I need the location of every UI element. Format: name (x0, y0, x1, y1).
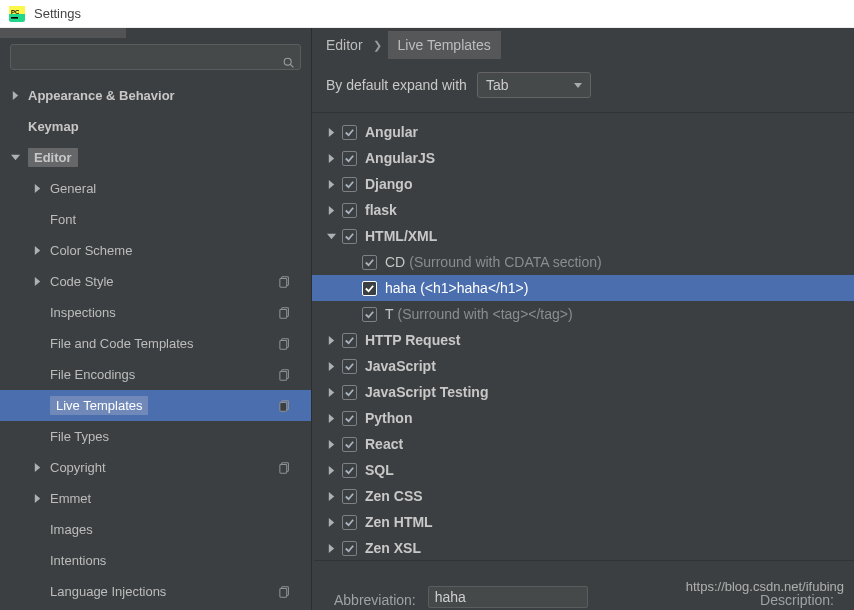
sidebar-item-label: Inspections (50, 305, 116, 320)
checkbox[interactable] (362, 281, 377, 296)
sidebar-item-keymap[interactable]: Keymap (0, 111, 311, 142)
checkbox[interactable] (342, 411, 357, 426)
sidebar-item-file-types[interactable]: File Types (0, 421, 311, 452)
breadcrumb-root[interactable]: Editor (326, 37, 363, 53)
settings-sidebar: Appearance & BehaviorKeymapEditorGeneral… (0, 28, 312, 610)
template-label: AngularJS (365, 150, 435, 166)
expand-with-dropdown[interactable]: Tab (477, 72, 591, 98)
chevron-right-icon (324, 411, 338, 425)
svg-rect-15 (279, 402, 286, 411)
template-label: Zen HTML (365, 514, 433, 530)
svg-rect-19 (279, 588, 286, 597)
template-list: AngularAngularJSDjangoflaskHTML/XMLCD (S… (312, 113, 854, 610)
checkbox[interactable] (342, 437, 357, 452)
sidebar-item-label: Keymap (28, 119, 79, 134)
sidebar-item-label: Color Scheme (50, 243, 132, 258)
template-group-javascript[interactable]: JavaScript (312, 353, 854, 379)
chevron-right-icon (30, 182, 44, 196)
sidebar-item-file-encodings[interactable]: File Encodings (0, 359, 311, 390)
checkbox[interactable] (342, 229, 357, 244)
watermark: https://blog.csdn.net/ifubing (686, 579, 844, 594)
sidebar-item-language-injections[interactable]: Language Injections (0, 576, 311, 607)
checkbox[interactable] (342, 463, 357, 478)
svg-rect-11 (279, 340, 286, 349)
pycharm-icon: PC (8, 5, 26, 23)
expand-with-value: Tab (486, 77, 509, 93)
svg-rect-9 (279, 309, 286, 318)
svg-line-5 (290, 64, 293, 67)
template-item-haha[interactable]: haha (<h1>haha</h1>) (312, 275, 854, 301)
sidebar-item-appearance-behavior[interactable]: Appearance & Behavior (0, 80, 311, 111)
sidebar-item-color-scheme[interactable]: Color Scheme (0, 235, 311, 266)
checkbox[interactable] (342, 385, 357, 400)
template-group-zen-html[interactable]: Zen HTML (312, 509, 854, 535)
sidebar-search-row (0, 38, 311, 76)
template-group-angular[interactable]: Angular (312, 119, 854, 145)
template-label: Django (365, 176, 412, 192)
template-group-sql[interactable]: SQL (312, 457, 854, 483)
breadcrumb-leaf: Live Templates (388, 31, 501, 59)
sidebar-item-copyright[interactable]: Copyright (0, 452, 311, 483)
checkbox[interactable] (342, 333, 357, 348)
chevron-right-icon (324, 515, 338, 529)
scheme-icon (278, 275, 291, 288)
chevron-right-icon (324, 359, 338, 373)
template-group-http-request[interactable]: HTTP Request (312, 327, 854, 353)
template-group-python[interactable]: Python (312, 405, 854, 431)
checkbox[interactable] (342, 125, 357, 140)
checkbox[interactable] (342, 489, 357, 504)
chevron-right-icon (30, 244, 44, 258)
abbreviation-field[interactable]: haha (428, 586, 588, 608)
sidebar-search-input[interactable] (10, 44, 301, 70)
template-group-django[interactable]: Django (312, 171, 854, 197)
template-label: HTTP Request (365, 332, 460, 348)
sidebar-item-font[interactable]: Font (0, 204, 311, 235)
template-group-flask[interactable]: flask (312, 197, 854, 223)
svg-rect-13 (279, 371, 286, 380)
template-group-react[interactable]: React (312, 431, 854, 457)
template-item-cd[interactable]: CD (Surround with CDATA section) (312, 249, 854, 275)
sidebar-item-images[interactable]: Images (0, 514, 311, 545)
sidebar-item-code-style[interactable]: Code Style (0, 266, 311, 297)
chevron-right-icon (324, 463, 338, 477)
template-description: (Surround with <tag></tag>) (398, 306, 573, 322)
sidebar-item-live-templates[interactable]: Live Templates (0, 390, 311, 421)
sidebar-item-intentions[interactable]: Intentions (0, 545, 311, 576)
checkbox[interactable] (362, 307, 377, 322)
sidebar-item-label: General (50, 181, 96, 196)
template-group-html-xml[interactable]: HTML/XML (312, 223, 854, 249)
scheme-icon (278, 306, 291, 319)
chevron-right-icon (324, 151, 338, 165)
sidebar-item-label: Copyright (50, 460, 106, 475)
sidebar-item-file-and-code-templates[interactable]: File and Code Templates (0, 328, 311, 359)
chevron-right-icon (324, 177, 338, 191)
checkbox[interactable] (342, 203, 357, 218)
template-label: HTML/XML (365, 228, 437, 244)
template-label: CD (385, 254, 405, 270)
template-label: JavaScript (365, 358, 436, 374)
template-label: haha (385, 280, 416, 296)
template-group-angularjs[interactable]: AngularJS (312, 145, 854, 171)
sidebar-item-emmet[interactable]: Emmet (0, 483, 311, 514)
template-group-zen-xsl[interactable]: Zen XSL (312, 535, 854, 561)
template-label: T (385, 306, 394, 322)
checkbox[interactable] (342, 177, 357, 192)
template-group-javascript-testing[interactable]: JavaScript Testing (312, 379, 854, 405)
checkbox[interactable] (342, 515, 357, 530)
checkbox[interactable] (362, 255, 377, 270)
template-label: SQL (365, 462, 394, 478)
checkbox[interactable] (342, 151, 357, 166)
checkbox[interactable] (342, 541, 357, 556)
template-label: Zen CSS (365, 488, 423, 504)
template-group-zen-css[interactable]: Zen CSS (312, 483, 854, 509)
template-label: Zen XSL (365, 540, 421, 556)
sidebar-item-label: File Encodings (50, 367, 135, 382)
sidebar-tabstrip (0, 28, 311, 38)
template-item-t[interactable]: T (Surround with <tag></tag>) (312, 301, 854, 327)
chevron-right-icon (8, 89, 22, 103)
sidebar-item-editor[interactable]: Editor (0, 142, 311, 173)
sidebar-item-label: Appearance & Behavior (28, 88, 175, 103)
checkbox[interactable] (342, 359, 357, 374)
sidebar-item-inspections[interactable]: Inspections (0, 297, 311, 328)
sidebar-item-general[interactable]: General (0, 173, 311, 204)
